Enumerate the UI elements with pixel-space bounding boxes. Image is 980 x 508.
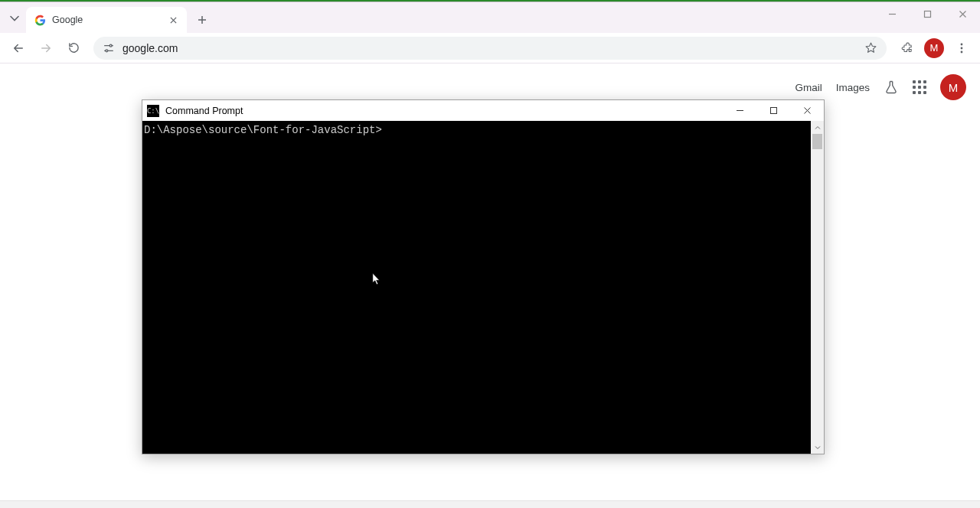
close-icon [170, 17, 177, 24]
forward-button[interactable] [34, 36, 58, 60]
scroll-thumb[interactable] [812, 134, 822, 149]
svg-point-5 [961, 50, 963, 53]
browser-tab-active[interactable]: Google [26, 7, 187, 33]
browser-minimize-button[interactable] [874, 2, 910, 25]
browser-toolbar: google.com M [0, 33, 980, 64]
google-footer-strip [0, 500, 980, 508]
site-info-button[interactable] [103, 42, 115, 54]
google-top-bar: Gmail Images M [795, 74, 966, 100]
svg-point-3 [961, 43, 963, 45]
scroll-track[interactable] [811, 134, 824, 441]
address-bar[interactable]: google.com [93, 37, 887, 60]
arrow-left-icon [11, 41, 25, 55]
google-favicon-icon [34, 14, 46, 26]
cmd-close-button[interactable] [790, 100, 824, 121]
apps-grid-icon [913, 80, 926, 94]
cmd-terminal[interactable]: D:\Aspose\source\Font-for-JavaScript> [142, 121, 811, 454]
scroll-up-button[interactable] [811, 121, 824, 134]
tune-icon [103, 42, 115, 54]
cmd-scrollbar[interactable] [811, 121, 824, 454]
gmail-link[interactable]: Gmail [795, 82, 822, 93]
svg-point-2 [106, 49, 108, 51]
svg-rect-0 [924, 11, 930, 17]
svg-rect-6 [770, 108, 776, 114]
svg-point-1 [109, 44, 112, 47]
close-icon [803, 106, 812, 115]
bookmark-button[interactable] [864, 41, 877, 54]
cmd-app-icon: C:\ [147, 105, 159, 117]
google-apps-button[interactable] [913, 80, 926, 94]
extensions-button[interactable] [894, 36, 919, 60]
star-icon [864, 41, 877, 54]
new-tab-button[interactable] [191, 9, 213, 31]
close-icon [959, 10, 967, 18]
cmd-maximize-button[interactable] [756, 100, 790, 121]
chevron-up-icon [815, 125, 821, 131]
chevron-down-icon [10, 14, 19, 23]
svg-point-4 [961, 47, 963, 49]
command-prompt-window[interactable]: C:\ Command Prompt D:\Aspose\source\Font… [142, 99, 825, 454]
back-button[interactable] [6, 36, 31, 60]
maximize-icon [923, 10, 932, 18]
tab-close-button[interactable] [167, 14, 179, 26]
flask-icon [884, 80, 899, 95]
minimize-icon [888, 10, 897, 18]
labs-button[interactable] [884, 80, 899, 95]
reload-button[interactable] [61, 36, 86, 60]
maximize-icon [769, 106, 778, 115]
cmd-prompt-line: D:\Aspose\source\Font-for-JavaScript> [144, 124, 382, 136]
arrow-right-icon [39, 41, 53, 55]
puzzle-icon [900, 41, 913, 54]
chevron-down-icon [815, 444, 821, 451]
mouse-cursor-icon [372, 272, 381, 286]
images-link[interactable]: Images [836, 82, 870, 93]
url-text: google.com [122, 42, 857, 54]
chrome-menu-button[interactable] [949, 36, 974, 60]
cmd-client-area: D:\Aspose\source\Font-for-JavaScript> [142, 121, 824, 454]
tab-strip: Google [0, 2, 980, 33]
cmd-titlebar[interactable]: C:\ Command Prompt [142, 100, 824, 121]
reload-icon [67, 41, 80, 54]
profile-button-toolbar[interactable]: M [922, 36, 946, 60]
tab-search-dropdown[interactable] [3, 7, 26, 30]
browser-close-button[interactable] [945, 2, 980, 25]
plus-icon [198, 15, 207, 24]
cmd-title-text: Command Prompt [165, 106, 723, 116]
tab-title: Google [52, 15, 161, 25]
minimize-icon [736, 106, 744, 115]
browser-maximize-button[interactable] [910, 2, 945, 25]
browser-window-controls [874, 2, 980, 25]
cmd-minimize-button[interactable] [723, 100, 756, 121]
scroll-down-button[interactable] [811, 441, 824, 454]
avatar-large: M [940, 74, 966, 100]
cmd-window-controls [723, 100, 824, 121]
google-account-button[interactable]: M [940, 74, 966, 100]
avatar-small: M [924, 38, 944, 58]
kebab-icon [956, 42, 968, 54]
